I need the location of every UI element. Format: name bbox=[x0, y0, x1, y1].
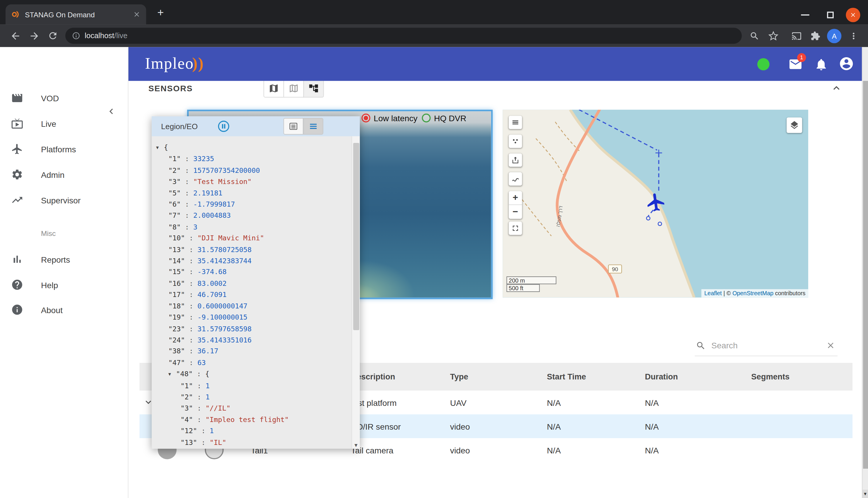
account-circle-icon bbox=[839, 56, 854, 71]
sidebar-item-label: Help bbox=[41, 280, 58, 289]
dots-icon bbox=[512, 137, 519, 145]
sidebar-item-vod[interactable]: VOD bbox=[0, 86, 128, 111]
zoom-out-button[interactable]: − bbox=[509, 205, 522, 219]
column-type[interactable]: Type bbox=[450, 372, 468, 381]
forward-button[interactable] bbox=[27, 28, 42, 43]
telemetry-view-list-button[interactable] bbox=[303, 118, 323, 135]
sidebar-item-label: About bbox=[41, 305, 63, 314]
column-start-time[interactable]: Start Time bbox=[547, 372, 586, 381]
column-segments[interactable]: Segments bbox=[751, 372, 790, 381]
tab-close-icon[interactable] bbox=[133, 11, 140, 18]
telemetry-panel[interactable]: Legion/EO ▼{"1" : 33235"2" : 15757073542… bbox=[152, 116, 360, 449]
search-input[interactable] bbox=[711, 341, 824, 350]
refresh-button[interactable] bbox=[45, 28, 60, 43]
app-header: Impleo)) 1 bbox=[128, 47, 862, 81]
telemetry-line: "5" : 2.19181 bbox=[152, 187, 351, 199]
collapse-arrow-icon[interactable]: ▼ bbox=[168, 369, 176, 380]
pause-button[interactable] bbox=[217, 120, 230, 133]
telemetry-line: ▼{ bbox=[152, 142, 351, 154]
column-duration[interactable]: Duration bbox=[645, 372, 678, 381]
svg-text:90: 90 bbox=[612, 266, 618, 272]
impleo-logo: Impleo)) bbox=[145, 54, 204, 73]
sidebar-item-label: Live bbox=[41, 119, 56, 128]
list-lines-icon bbox=[308, 121, 318, 131]
window-close-button[interactable] bbox=[846, 8, 860, 22]
telemetry-line: "23" : 31.5797658598 bbox=[152, 323, 351, 335]
bar-chart-icon bbox=[11, 253, 24, 265]
browser-profile-avatar[interactable]: A bbox=[827, 29, 841, 43]
road-shield: 90 bbox=[609, 265, 622, 273]
view-toggle-group bbox=[263, 79, 324, 97]
window-minimize-button[interactable] bbox=[801, 14, 809, 15]
sidebar-item-admin[interactable]: Admin bbox=[0, 162, 128, 187]
map-markers-button[interactable] bbox=[509, 135, 522, 148]
vod-icon bbox=[11, 92, 24, 104]
telemetry-view-table-button[interactable] bbox=[284, 118, 303, 135]
browser-tab[interactable]: STANAG On Demand bbox=[5, 4, 146, 24]
notifications-button[interactable] bbox=[814, 57, 828, 71]
telemetry-title: Legion/EO bbox=[161, 122, 198, 131]
sidebar-item-reports[interactable]: Reports bbox=[0, 247, 128, 272]
radio-unselected-icon bbox=[422, 114, 431, 122]
zoom-icon[interactable] bbox=[747, 28, 762, 43]
page-scrollbar-thumb[interactable] bbox=[863, 81, 868, 469]
airplane-icon bbox=[11, 143, 24, 155]
scroll-down-icon[interactable]: ▼ bbox=[352, 443, 360, 448]
bookmark-star-icon[interactable] bbox=[766, 28, 781, 43]
telemetry-line: "6" : -1.7999817 bbox=[152, 199, 351, 210]
telemetry-line: "14" : 35.4142383744 bbox=[152, 255, 351, 267]
map-canvas[interactable]: דרך מעלה 90 bbox=[503, 110, 808, 298]
info-icon bbox=[11, 303, 24, 316]
telemetry-line: "16" : 83.0002 bbox=[152, 278, 351, 289]
map-scale-metric: 200 m bbox=[506, 276, 556, 284]
cast-icon[interactable] bbox=[789, 28, 804, 43]
logo-arcs: )) bbox=[192, 54, 204, 72]
sidebar-item-about[interactable]: About bbox=[0, 297, 128, 323]
map-menu-button[interactable] bbox=[509, 116, 522, 129]
site-info-icon[interactable] bbox=[72, 32, 80, 40]
search-clear-icon[interactable] bbox=[824, 339, 837, 352]
extensions-puzzle-icon[interactable] bbox=[808, 28, 823, 43]
section-collapse-icon[interactable] bbox=[830, 82, 843, 95]
view-map-alt-button[interactable] bbox=[284, 79, 304, 97]
telemetry-json-tree: ▼{"1" : 33235"2" : 1575707354200000"3" :… bbox=[152, 136, 351, 449]
new-tab-button[interactable]: + bbox=[154, 7, 167, 19]
sidebar-item-supervisor[interactable]: Supervisor bbox=[0, 187, 128, 213]
view-map-button[interactable] bbox=[263, 79, 284, 97]
bell-icon bbox=[814, 57, 828, 71]
sidebar-item-label: Reports bbox=[41, 254, 70, 264]
cell-type: UAV bbox=[450, 398, 466, 407]
telemetry-line: "10" : "DJI Mavic Mini" bbox=[152, 233, 351, 244]
sidebar-item-help[interactable]: Help bbox=[0, 272, 128, 298]
telemetry-scrollbar[interactable]: ▼ bbox=[352, 136, 360, 449]
map-export-button[interactable] bbox=[509, 154, 522, 167]
cell-duration: N/A bbox=[645, 398, 659, 407]
favicon bbox=[11, 10, 20, 19]
radio-hq-dvr[interactable]: HQ DVR bbox=[422, 113, 466, 123]
address-bar[interactable]: localhost/live bbox=[65, 28, 742, 44]
collapse-arrow-icon[interactable]: ▼ bbox=[156, 142, 164, 154]
back-button[interactable] bbox=[8, 28, 23, 43]
radio-low-latency[interactable]: Low latency bbox=[362, 113, 418, 123]
map-fullscreen-button[interactable] bbox=[509, 222, 522, 235]
cell-duration: N/A bbox=[645, 445, 659, 455]
leaflet-link[interactable]: Leaflet bbox=[704, 290, 722, 297]
scrollbar-thumb[interactable] bbox=[353, 143, 359, 330]
sidebar-item-live[interactable]: Live bbox=[0, 111, 128, 136]
zoom-in-button[interactable]: + bbox=[509, 191, 522, 205]
sidebar-item-label: Platforms bbox=[41, 144, 76, 154]
browser-menu-icon[interactable] bbox=[846, 28, 861, 43]
map-panel[interactable]: דרך מעלה 90 bbox=[503, 110, 808, 298]
telemetry-line: "19" : -9.100000015 bbox=[152, 312, 351, 323]
telemetry-line: "1" : 33235 bbox=[152, 154, 351, 165]
map-route-button[interactable] bbox=[509, 172, 522, 185]
window-maximize-button[interactable] bbox=[827, 12, 834, 18]
page-scroll-down-icon[interactable]: ▼ bbox=[863, 490, 868, 498]
page-scrollbar[interactable]: ▼ bbox=[862, 47, 868, 498]
view-tree-button[interactable] bbox=[303, 79, 324, 97]
map-layers-button[interactable] bbox=[787, 117, 802, 133]
osm-link[interactable]: OpenStreetMap bbox=[733, 290, 774, 297]
sidebar-item-platforms[interactable]: Platforms bbox=[0, 136, 128, 162]
list-detail-icon bbox=[288, 121, 299, 131]
account-button[interactable] bbox=[839, 56, 854, 71]
